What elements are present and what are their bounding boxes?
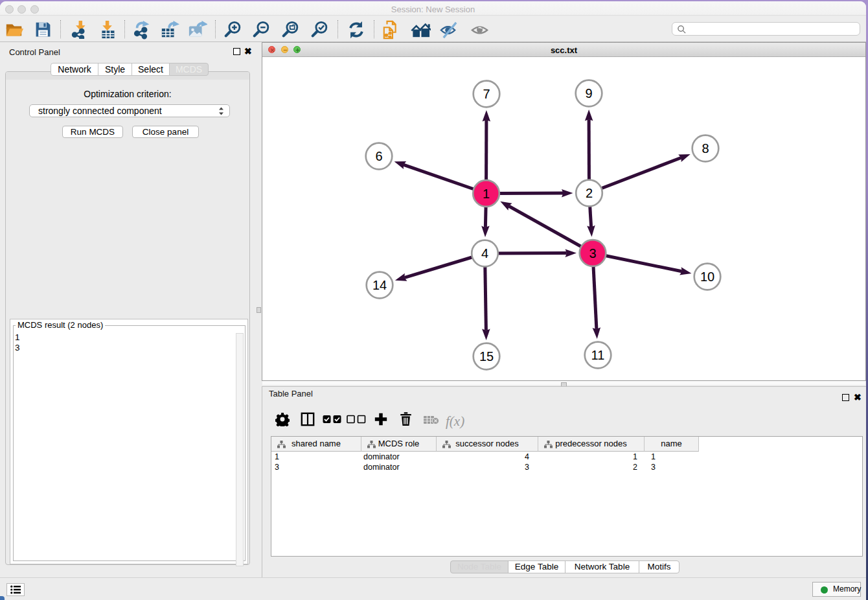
svg-text:10: 10 xyxy=(700,270,714,284)
svg-text:9: 9 xyxy=(585,86,592,100)
svg-text:8: 8 xyxy=(702,141,709,156)
svg-text:7: 7 xyxy=(483,87,490,101)
svg-text:6: 6 xyxy=(375,149,382,163)
svg-text:4: 4 xyxy=(481,246,488,260)
svg-text:3: 3 xyxy=(589,246,596,260)
svg-text:1: 1 xyxy=(483,187,490,201)
svg-text:2: 2 xyxy=(586,186,593,200)
svg-text:15: 15 xyxy=(479,349,494,363)
svg-text:11: 11 xyxy=(591,348,605,362)
svg-text:14: 14 xyxy=(372,278,387,292)
